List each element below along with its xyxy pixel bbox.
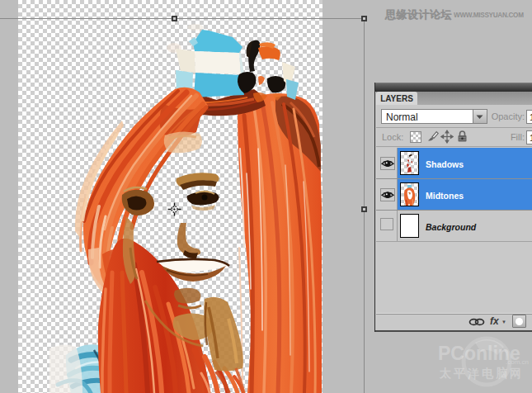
svg-text:.com.cn: .com.cn: [506, 358, 529, 366]
svg-text:太平洋电脑网: 太平洋电脑网: [439, 367, 524, 380]
